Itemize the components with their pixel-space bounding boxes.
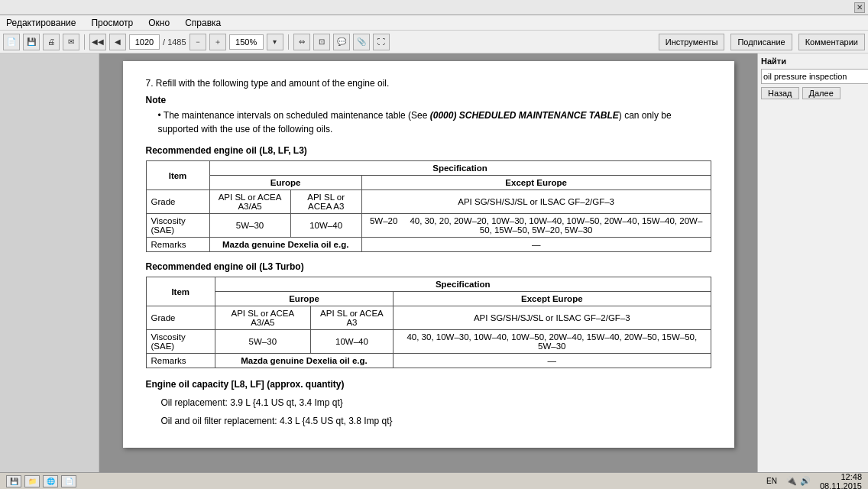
toolbar-sep2 <box>288 34 289 50</box>
table2-grade-except: API SG/SH/SJ/SL or ILSAC GF–2/GF–3 <box>394 306 711 330</box>
table1-remarks-europe: Mazda genuine Dexelia oil e.g. <box>209 238 361 252</box>
zoom-input[interactable] <box>229 34 264 50</box>
page-number-input[interactable] <box>129 34 160 50</box>
toolbar-fullscreen-btn[interactable]: ⛶ <box>373 34 390 50</box>
table2-col-item: Item <box>146 277 215 306</box>
table1-heading: Recommended engine oil (L8, LF, L3) <box>146 145 711 156</box>
menu-view[interactable]: Просмотр <box>88 16 136 30</box>
table1-grade-item: Grade <box>146 190 209 214</box>
table1-visc-item: Viscosity (SAE) <box>146 214 209 238</box>
toolbar-right: Инструменты Подписание Комментарии <box>659 34 865 50</box>
table1: Item Specification Europe Except Europe … <box>146 160 711 252</box>
search-input[interactable] <box>761 69 868 84</box>
table-row: Grade API SL or ACEA A3/A5 API SL or ACE… <box>146 190 711 214</box>
menu-bar: Редактирование Просмотр Окно Справка <box>0 15 868 31</box>
sign-button[interactable]: Подписание <box>730 34 792 50</box>
table2-heading: Recommended engine oil (L3 Turbo) <box>146 261 711 272</box>
table1-grade-europe2: API SL or ACEA A3 <box>290 190 361 214</box>
table-row: Remarks Mazda genuine Dexelia oil e.g. — <box>146 238 711 252</box>
note-italic: (0000) SCHEDULED MAINTENANCE TABLE <box>430 110 619 121</box>
toolbar-comment-btn[interactable]: 💬 <box>333 34 350 50</box>
tools-button[interactable]: Инструменты <box>659 34 725 50</box>
table1-remarks-item: Remarks <box>146 238 209 252</box>
locale-text: EN <box>766 477 777 485</box>
note-bullet: The maintenance intervals on scheduled m… <box>146 108 711 136</box>
table1-col-item: Item <box>146 161 209 190</box>
status-bar: 💾 📁 🌐 📄 EN 🔌 🔊 12:48 08.11.2015 <box>0 472 868 489</box>
menu-help[interactable]: Справка <box>182 16 224 30</box>
left-panel <box>0 53 99 472</box>
toolbar-zoom-dropdown-btn[interactable]: ▾ <box>267 34 283 50</box>
capacity-line2: Oil and oil filter replacement: 4.3 L {4… <box>146 414 711 428</box>
toolbar-email-btn[interactable]: ✉ <box>63 34 79 50</box>
search-nav-row: Назад Далее <box>761 87 865 99</box>
toolbar-attach-btn[interactable]: 📎 <box>353 34 370 50</box>
table2-remarks-europe: Mazda genuine Dexelia oil e.g. <box>215 354 393 368</box>
window-frame: ✕ Редактирование Просмотр Окно Справка 📄… <box>0 0 868 489</box>
toolbar-zoom-in-btn[interactable]: ＋ <box>209 34 226 50</box>
volume-icon: 🔊 <box>800 476 811 486</box>
note-label: Note <box>146 95 711 105</box>
taskbar-icon-save[interactable]: 💾 <box>6 475 21 487</box>
toolbar-print-btn[interactable]: 🖨 <box>43 34 60 50</box>
toolbar-fit-width-btn[interactable]: ⇔ <box>293 34 310 50</box>
table2-remarks-except: — <box>394 354 711 368</box>
table1-grade-except: API SG/SH/SJ/SL or ILSAC GF–2/GF–3 <box>361 190 711 214</box>
title-bar: ✕ <box>0 0 868 15</box>
table2-visc-item: Viscosity (SAE) <box>146 330 215 354</box>
clock: 12:48 <box>820 472 862 481</box>
toolbar-open-btn[interactable]: 📄 <box>3 34 20 50</box>
table2-visc-europe2: 10W–40 <box>310 330 393 354</box>
locale-display: EN <box>766 477 777 485</box>
menu-window[interactable]: Окно <box>145 16 173 30</box>
toolbar-fit-page-btn[interactable]: ⊡ <box>313 34 330 50</box>
table1-visc-europe2: 10W–40 <box>290 214 361 238</box>
comments-button[interactable]: Комментарии <box>798 34 865 50</box>
table1-col-europe: Europe <box>209 176 361 190</box>
toolbar-zoom-out-btn[interactable]: － <box>189 34 206 50</box>
network-icon: 🔌 <box>786 476 797 486</box>
table2-col-except-europe: Except Europe <box>394 292 711 306</box>
search-label: Найти <box>761 57 865 66</box>
table1-visc-europe1: 5W–30 <box>209 214 290 238</box>
table2-col-europe: Europe <box>215 292 393 306</box>
search-next-button[interactable]: Далее <box>802 87 840 99</box>
system-tray: 🔌 🔊 <box>786 476 811 486</box>
capacity-line1: Oil replacement: 3.9 L {4.1 US qt, 3.4 I… <box>146 396 711 410</box>
toolbar-save-btn[interactable]: 💾 <box>23 34 40 50</box>
toolbar-prev-btn[interactable]: ◀ <box>109 34 126 50</box>
toolbar-first-btn[interactable]: ◀◀ <box>89 34 106 50</box>
right-panel: Найти ✕ Назад Далее <box>757 53 868 472</box>
taskbar-icon-app[interactable]: 📄 <box>61 475 76 487</box>
page-total: / 1485 <box>163 37 186 47</box>
table2-visc-except: 40, 30, 10W–30, 10W–40, 10W–50, 20W–40, … <box>394 330 711 354</box>
table2-visc-europe1: 5W–30 <box>215 330 310 354</box>
date-display: 08.11.2015 <box>820 481 862 490</box>
table-row: Viscosity (SAE) 5W–30 10W–40 5W–20 40, 3… <box>146 214 711 238</box>
document-area[interactable]: 7. Refill with the following type and am… <box>99 53 757 472</box>
main-layout: 7. Refill with the following type and am… <box>0 53 868 472</box>
document-page: 7. Refill with the following type and am… <box>123 61 734 448</box>
table2-grade-item: Grade <box>146 306 215 330</box>
table1-col-spec: Specification <box>209 161 711 176</box>
table-row: Viscosity (SAE) 5W–30 10W–40 40, 30, 10W… <box>146 330 711 354</box>
table-row: Grade API SL or ACEA A3/A5 API SL or ACE… <box>146 306 711 330</box>
table2-remarks-item: Remarks <box>146 354 215 368</box>
search-back-button[interactable]: Назад <box>761 87 799 99</box>
taskbar-icons: 💾 📁 🌐 📄 <box>6 475 76 487</box>
taskbar-icon-folder[interactable]: 📁 <box>24 475 40 487</box>
search-box-row: ✕ <box>761 69 865 84</box>
step7-text: 7. Refill with the following type and am… <box>146 76 711 90</box>
taskbar-icon-chrome[interactable]: 🌐 <box>43 475 58 487</box>
table1-grade-europe1: API SL or ACEA A3/A5 <box>209 190 290 214</box>
table2-grade-europe2: API SL or ACEA A3 <box>310 306 393 330</box>
table1-remarks-except: — <box>361 238 711 252</box>
toolbar: 📄 💾 🖨 ✉ ◀◀ ◀ / 1485 － ＋ ▾ ⇔ ⊡ 💬 📎 ⛶ Инст… <box>0 31 868 53</box>
table2-col-spec: Specification <box>215 277 711 292</box>
close-button[interactable]: ✕ <box>854 2 865 13</box>
capacity-heading: Engine oil capacity [L8, LF] (approx. qu… <box>146 377 711 391</box>
table1-visc-europe3: 5W–20 40, 30, 20, 20W–20, 10W–30, 10W–40… <box>361 214 711 238</box>
menu-edit[interactable]: Редактирование <box>3 16 79 30</box>
time-display: 12:48 08.11.2015 <box>820 472 862 490</box>
toolbar-sep1 <box>84 34 85 50</box>
